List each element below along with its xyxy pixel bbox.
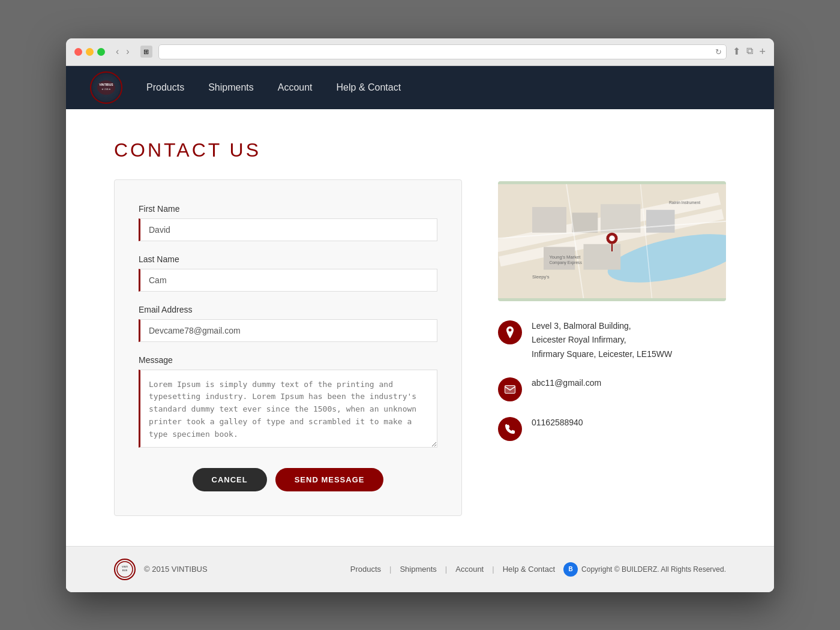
first-name-group: First Name — [139, 204, 437, 241]
browser-chrome: ‹ › ⊞ ↻ ⬆ ⧉ + — [66, 38, 774, 66]
nav-products[interactable]: Products — [146, 82, 184, 92]
builder-logo-icon: B — [563, 562, 578, 577]
contact-info-section: Young's Market Company Express Sleepy's … — [498, 139, 726, 516]
tab-grid-icon: ⊞ — [140, 46, 152, 58]
footer-right: Products | Shipments | Account | Help & … — [350, 562, 726, 577]
logo-inner: VINTIBUS ★ USA ★ — [92, 74, 120, 101]
builder-text: Copyright © BUILDERZ. All Rights Reserve… — [581, 565, 726, 574]
address-text: Level 3, Balmoral Building, Leicester Ro… — [532, 319, 672, 362]
message-label: Message — [139, 355, 437, 365]
footer-builder: B Copyright © BUILDERZ. All Rights Reser… — [563, 562, 726, 577]
share-icon[interactable]: ⬆ — [733, 46, 740, 58]
svg-text:Rainin Instrument: Rainin Instrument — [669, 200, 700, 205]
back-button[interactable]: ‹ — [113, 46, 121, 57]
browser-tab-bar: ⊞ — [140, 46, 152, 58]
footer-copyright: © 2015 VINTIBUS — [144, 565, 208, 574]
nav-links: Products Shipments Account Help & Contac… — [146, 82, 401, 93]
last-name-label: Last Name — [139, 254, 437, 264]
location-icon — [498, 320, 522, 344]
maximize-button[interactable] — [97, 48, 105, 56]
site-footer: VINTI BUS © 2015 VINTIBUS Products | Shi… — [66, 546, 774, 592]
map-placeholder: Young's Market Company Express Sleepy's … — [498, 181, 726, 301]
svg-point-17 — [609, 235, 615, 241]
main-content: CONTACT US First Name Last Name Email Ad… — [66, 109, 774, 546]
nav-help[interactable]: Help & Contact — [337, 82, 401, 92]
svg-text:Sleepy's: Sleepy's — [532, 274, 550, 279]
tabs-icon[interactable]: ⧉ — [746, 46, 753, 58]
nav-buttons: ‹ › — [113, 46, 132, 57]
footer-divider-2: | — [445, 565, 447, 574]
email-label: Email Address — [139, 305, 437, 314]
phone-text: 01162588940 — [532, 416, 583, 430]
page-title: CONTACT US — [114, 139, 462, 161]
footer-help[interactable]: Help & Contact — [503, 565, 555, 574]
contact-address: Level 3, Balmoral Building, Leicester Ro… — [498, 319, 726, 362]
email-text: abc11@gmail.com — [532, 376, 601, 391]
address-bar-wrap: ↻ — [158, 44, 727, 59]
message-textarea[interactable] — [139, 370, 437, 448]
svg-text:Company Express: Company Express — [550, 260, 583, 265]
svg-rect-8 — [572, 212, 598, 232]
minimize-button[interactable] — [86, 48, 94, 56]
last-name-group: Last Name — [139, 254, 437, 292]
map-svg: Young's Market Company Express Sleepy's … — [498, 181, 726, 301]
svg-text:★ USA ★: ★ USA ★ — [101, 88, 112, 91]
refresh-icon[interactable]: ↻ — [715, 47, 722, 56]
send-message-button[interactable]: SEND MESSAGE — [275, 468, 384, 491]
logo-wrap: VINTIBUS ★ USA ★ — [90, 71, 122, 104]
footer-account[interactable]: Account — [455, 565, 484, 574]
svg-rect-10 — [646, 209, 675, 232]
last-name-input[interactable] — [139, 269, 437, 292]
cancel-button[interactable]: CANCEL — [193, 468, 267, 491]
forward-button[interactable]: › — [124, 46, 131, 57]
close-button[interactable] — [74, 48, 82, 56]
email-input[interactable] — [139, 319, 437, 342]
email-group: Email Address — [139, 305, 437, 342]
message-group: Message — [139, 355, 437, 450]
phone-icon — [498, 417, 522, 441]
logo-usa-icon: VINTIBUS ★ USA ★ — [96, 79, 116, 96]
footer-products[interactable]: Products — [350, 565, 381, 574]
footer-shipments[interactable]: Shipments — [400, 565, 436, 574]
address-bar[interactable] — [158, 44, 727, 59]
svg-rect-12 — [584, 244, 621, 269]
traffic-lights — [74, 48, 105, 56]
svg-rect-7 — [532, 207, 566, 233]
contact-phone: 01162588940 — [498, 416, 726, 441]
contact-form-section: CONTACT US First Name Last Name Email Ad… — [114, 139, 462, 516]
first-name-input[interactable] — [139, 218, 437, 241]
email-icon — [498, 377, 522, 401]
footer-logo: VINTI BUS — [114, 559, 136, 580]
new-tab-button[interactable]: + — [759, 46, 766, 58]
svg-text:BUS: BUS — [122, 569, 128, 572]
navbar: VINTIBUS ★ USA ★ Products Shipments Acco… — [66, 66, 774, 109]
logo-circle: VINTIBUS ★ USA ★ — [90, 71, 122, 104]
footer-divider-1: | — [389, 565, 391, 574]
first-name-label: First Name — [139, 204, 437, 214]
svg-text:Young's Market: Young's Market — [550, 254, 581, 259]
site-content: VINTIBUS ★ USA ★ Products Shipments Acco… — [66, 66, 774, 592]
footer-logo-icon: VINTI BUS — [116, 560, 134, 578]
footer-divider-3: | — [492, 565, 494, 574]
contact-email: abc11@gmail.com — [498, 376, 726, 401]
form-card: First Name Last Name Email Address Messa… — [114, 179, 462, 516]
nav-shipments[interactable]: Shipments — [208, 82, 254, 92]
footer-left: VINTI BUS © 2015 VINTIBUS — [114, 559, 208, 580]
form-buttons: CANCEL SEND MESSAGE — [139, 468, 437, 491]
browser-actions: ⬆ ⧉ + — [733, 46, 766, 58]
svg-rect-23 — [505, 385, 515, 394]
nav-account[interactable]: Account — [278, 82, 313, 92]
svg-text:VINTI: VINTI — [122, 565, 128, 568]
svg-text:VINTIBUS: VINTIBUS — [99, 83, 113, 86]
